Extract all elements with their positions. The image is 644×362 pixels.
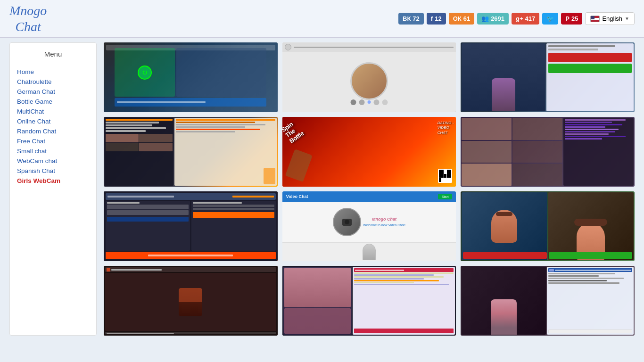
sidebar: Menu Home Chatroulette German Chat Bottl… (9, 42, 97, 336)
sidebar-item-bottle-game[interactable]: Bottle Game (17, 97, 89, 107)
sidebar-item-small-chat[interactable]: Small chat (17, 146, 89, 156)
language-selector[interactable]: English ▼ (585, 12, 635, 25)
logo: Mnogo Chat (9, 3, 47, 34)
gallery-thumb-10[interactable] (104, 266, 278, 336)
flag-icon (590, 16, 600, 22)
gplus-icon: g+ (516, 15, 523, 22)
sidebar-title: Menu (17, 50, 89, 62)
pinterest-icon: P (565, 15, 570, 22)
twitter-icon: 🐦 (546, 15, 554, 22)
twitter-button[interactable]: 🐦 (542, 13, 558, 25)
gallery-thumb-9[interactable] (461, 191, 635, 261)
fb-icon: f (431, 15, 433, 22)
ok-button[interactable]: ОК 61 (449, 13, 475, 25)
gallery: ⏻ (104, 42, 635, 336)
fb-count: 12 (435, 15, 441, 22)
header-right: ВК 72 f 12 ОК 61 👥 2691 g+ 417 🐦 P 2 (398, 12, 635, 25)
people-button[interactable]: 👥 2691 (477, 13, 509, 25)
main-content: Menu Home Chatroulette German Chat Bottl… (0, 38, 644, 340)
header: Mnogo Chat ВК 72 f 12 ОК 61 👥 2691 g+ 41… (0, 0, 644, 38)
gplus-count: 417 (525, 15, 536, 22)
people-icon: 👥 (481, 15, 489, 22)
gallery-thumb-11[interactable] (282, 266, 456, 336)
sidebar-item-spanish-chat[interactable]: Spanish Chat (17, 166, 89, 176)
gallery-thumb-3[interactable] (461, 42, 635, 112)
sidebar-item-home[interactable]: Home (17, 67, 89, 77)
pinterest-button[interactable]: P 25 (561, 13, 582, 25)
vk-icon: ВК (403, 15, 411, 22)
chevron-down-icon: ▼ (625, 16, 629, 21)
gallery-thumb-6[interactable] (461, 117, 635, 187)
gallery-thumb-5[interactable]: SpinTheBottle DATING -VIDEOCHAT (282, 117, 456, 187)
gplus-button[interactable]: g+ 417 (512, 13, 539, 25)
gallery-thumb-7[interactable] (104, 191, 278, 261)
logo-line2: Chat (15, 19, 41, 34)
people-count: 2691 (491, 15, 504, 22)
facebook-button[interactable]: f 12 (427, 13, 446, 25)
gallery-thumb-1[interactable]: ⏻ (104, 42, 278, 112)
ok-icon: ОК (453, 15, 462, 22)
sidebar-item-multichat[interactable]: MultiChat (17, 107, 89, 116)
sidebar-item-german-chat[interactable]: German Chat (17, 87, 89, 97)
gallery-thumb-2[interactable] (282, 42, 456, 112)
sidebar-item-chatroulette[interactable]: Chatroulette (17, 77, 89, 87)
gallery-thumb-8[interactable]: Video Chat Start Mnogo Chat (282, 191, 456, 261)
pinterest-count: 25 (571, 15, 578, 22)
sidebar-nav: Home Chatroulette German Chat Bottle Gam… (17, 67, 89, 186)
sidebar-item-webcam-chat[interactable]: WebCam chat (17, 156, 89, 166)
sidebar-item-random-chat[interactable]: Random Chat (17, 126, 89, 136)
vk-count: 72 (413, 15, 419, 22)
sidebar-item-online-chat[interactable]: Online Chat (17, 116, 89, 126)
ok-count: 61 (463, 15, 470, 22)
gallery-thumb-4[interactable] (104, 117, 278, 187)
sidebar-item-free-chat[interactable]: Free Chat (17, 136, 89, 146)
logo-line1: Mnogo (9, 3, 47, 18)
sidebar-item-girls-webcam[interactable]: Girls WebCam (17, 176, 89, 186)
gallery-thumb-12[interactable] (461, 266, 635, 336)
lang-label: English (602, 15, 622, 22)
vk-button[interactable]: ВК 72 (398, 13, 424, 25)
